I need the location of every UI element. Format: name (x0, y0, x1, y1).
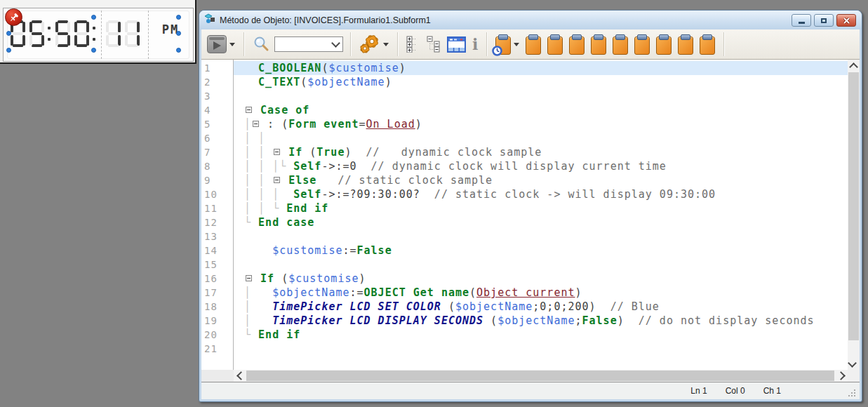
code-line[interactable]: 2 C_TEXT($objectName) (201, 75, 848, 89)
selection-handle[interactable] (6, 48, 11, 53)
clipboard-button-2[interactable] (546, 32, 564, 56)
code-line[interactable]: 6 │ │ (201, 131, 848, 145)
vertical-scrollbar[interactable] (848, 60, 860, 370)
fold-toggle-icon[interactable] (274, 177, 280, 183)
line-number: 18 (201, 300, 233, 314)
close-button[interactable] (836, 14, 856, 27)
collapse-all-button[interactable] (425, 32, 442, 56)
scroll-right-button[interactable] (836, 370, 848, 382)
clipboard-icon (634, 36, 650, 55)
method-window-icon (205, 13, 216, 27)
search-button[interactable] (251, 32, 271, 56)
selection-handle[interactable] (6, 31, 11, 36)
clipboard-button-7[interactable] (655, 32, 673, 56)
line-number: 16 (201, 272, 233, 286)
code-line[interactable]: 9 │ │ Else // static clock sample (201, 173, 848, 187)
selection-handle[interactable] (176, 48, 181, 53)
code-line[interactable]: 15 (201, 258, 848, 272)
selection-handle[interactable] (91, 15, 96, 20)
fold-toggle-icon[interactable] (246, 275, 252, 281)
chevron-down-icon (331, 39, 340, 48)
info-icon: i (472, 35, 478, 53)
fold-toggle-icon[interactable] (274, 149, 280, 155)
clipboard-button-9[interactable] (698, 32, 716, 56)
selection-handle[interactable] (91, 48, 96, 53)
code-line[interactable]: 3 (201, 89, 848, 103)
status-column: Col 0 (726, 386, 745, 396)
macro-clipboard-menu-button[interactable] (494, 32, 521, 56)
close-icon (843, 18, 850, 24)
code-line[interactable]: 17 │ $objectName:=OBJECT Get name(Object… (201, 286, 848, 300)
chevron-down-icon (383, 43, 389, 46)
titlebar[interactable]: Método de Objeto: [INVOICES].Formulario1… (199, 11, 862, 29)
info-button[interactable]: i (471, 32, 479, 56)
line-number: 15 (201, 258, 233, 272)
lcd-minutes-digits (55, 20, 93, 47)
fold-toggle-icon[interactable] (253, 121, 259, 127)
maximize-icon (821, 18, 827, 23)
code-line[interactable]: 4 Case of (201, 103, 848, 117)
expand-all-icon (406, 36, 420, 53)
vertical-scrollbar-thumb[interactable] (848, 72, 859, 340)
scroll-up-button[interactable] (848, 60, 860, 72)
run-method-button[interactable] (206, 32, 236, 56)
expand-all-button[interactable] (405, 32, 422, 56)
clipboard-icon (656, 36, 672, 55)
collapse-all-icon (427, 36, 441, 53)
scroll-left-button[interactable] (234, 370, 246, 382)
clipboard-icon (700, 36, 715, 55)
selection-handle[interactable] (176, 31, 181, 36)
code-line[interactable]: 14 $customise:=False (201, 243, 848, 258)
line-number: 5 (201, 117, 233, 131)
line-number: 20 (201, 328, 233, 342)
clipboard-button-1[interactable] (524, 32, 542, 56)
line-number: 13 (201, 229, 233, 243)
line-number: 6 (201, 131, 233, 145)
code-line[interactable]: 7 │ │ If (True) // dynamic clock sample (201, 145, 848, 159)
search-input[interactable] (275, 39, 333, 49)
maximize-button[interactable] (814, 14, 834, 27)
code-line[interactable]: 8 │ │ │└ Self->:=0 // dynamic clock will… (201, 159, 848, 173)
code-editor[interactable]: 1 C_BOOLEAN($customise)2 C_TEXT($objectN… (201, 60, 860, 382)
clipboard-clock-icon (495, 36, 511, 55)
chevron-down-icon (229, 43, 235, 46)
clipboard-button-5[interactable] (611, 32, 629, 56)
code-line[interactable]: 13 (201, 229, 848, 243)
clipboard-button-8[interactable] (676, 32, 695, 56)
code-line[interactable]: 21 (201, 342, 848, 356)
clipboard-button-4[interactable] (589, 32, 608, 56)
scroll-down-button[interactable] (848, 358, 860, 370)
horizontal-scrollbar-thumb[interactable] (246, 371, 834, 381)
code-line[interactable]: 5 │ : (Form event=On Load) (201, 117, 848, 131)
line-number: 12 (201, 215, 233, 229)
resize-grip[interactable] (848, 389, 850, 391)
lcd-section-divider (101, 11, 102, 59)
code-pane[interactable]: 1 C_BOOLEAN($customise)2 C_TEXT($objectN… (201, 60, 848, 370)
method-options-button[interactable] (358, 32, 390, 56)
lcd-section-divider (148, 11, 149, 59)
form-objects-button[interactable] (446, 32, 467, 56)
status-char: Ch 1 (763, 386, 781, 396)
horizontal-scrollbar[interactable] (234, 370, 848, 382)
search-combobox[interactable] (274, 36, 343, 52)
line-number: 8 (201, 159, 233, 173)
code-line[interactable]: 1 C_BOOLEAN($customise) (201, 61, 848, 75)
chevron-up-icon (849, 62, 858, 72)
clipboard-icon (591, 36, 606, 55)
code-line[interactable]: 16 If ($customise) (201, 272, 848, 286)
code-line[interactable]: 10 │ │ │ Self->:=?09:30:00? // static cl… (201, 187, 848, 201)
minimize-button[interactable] (792, 14, 811, 27)
clipboard-button-3[interactable] (568, 32, 586, 56)
lcd-clock-widget[interactable]: PM (3, 8, 194, 62)
code-line[interactable]: 19 │ TimePicker LCD DISPLAY SECONDS ($ob… (201, 314, 848, 328)
selection-handle[interactable] (176, 15, 181, 20)
run-method-icon (207, 35, 227, 53)
clipboard-button-6[interactable] (633, 32, 651, 56)
code-line[interactable]: 11 │ │ └ End if (201, 201, 848, 215)
clipboard-icon (547, 36, 563, 55)
code-line[interactable]: 12 └ End case (201, 215, 848, 229)
code-line[interactable]: 18 │ TimePicker LCD SET COLOR ($objectNa… (201, 300, 848, 314)
code-line[interactable]: 20 └ End if (201, 328, 848, 342)
fold-toggle-icon[interactable] (246, 107, 252, 113)
object-method-badge-icon[interactable] (5, 8, 22, 26)
